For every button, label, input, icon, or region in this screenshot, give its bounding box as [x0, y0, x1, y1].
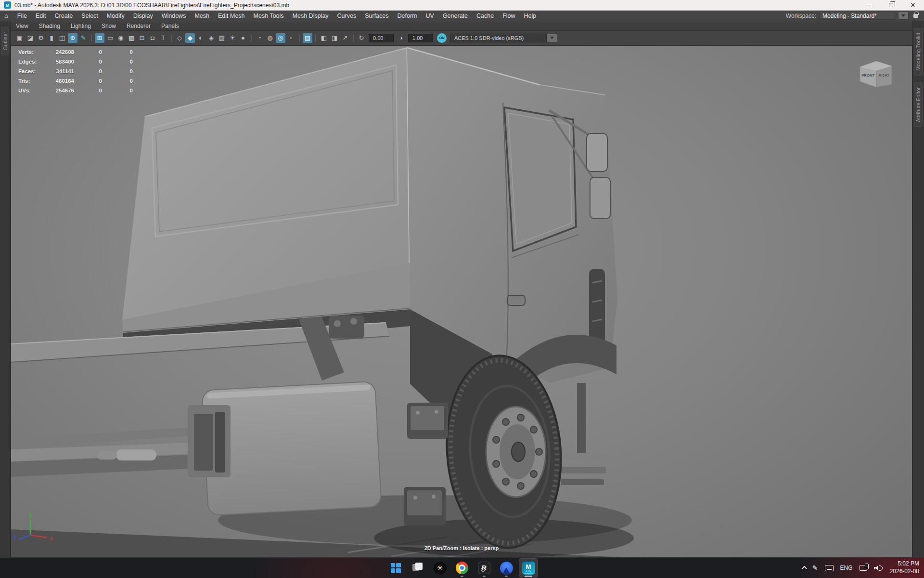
menu-item[interactable]: Display: [129, 11, 157, 21]
menu-item[interactable]: Surfaces: [360, 11, 393, 21]
menu-item[interactable]: Windows: [157, 11, 191, 21]
clock[interactable]: 5:02 PM 2026-02-08: [890, 560, 919, 575]
colorspace-dropdown[interactable]: ACES 1.0 SDR-video (sRGB): [450, 34, 547, 42]
minimize-icon: [866, 5, 871, 6]
grid-icon[interactable]: ⊞: [95, 33, 104, 43]
lighting-icon[interactable]: ☀: [228, 33, 237, 43]
nordvpn-app-button[interactable]: [497, 558, 516, 578]
view-cube-front-label: FRONT: [861, 73, 875, 78]
start-button[interactable]: [386, 558, 405, 578]
menu-item[interactable]: Cache: [472, 11, 498, 21]
touch-keyboard-icon[interactable]: [825, 565, 834, 571]
menu-item[interactable]: Edit: [31, 11, 51, 21]
exposure-input[interactable]: [369, 34, 394, 42]
menu-item[interactable]: Generate: [438, 11, 472, 21]
pan-zoom-2d-icon[interactable]: ⊕: [68, 33, 77, 43]
smooth-shade-icon[interactable]: ◆: [185, 33, 195, 43]
chrome-app-button[interactable]: [452, 558, 472, 578]
volume-icon[interactable]: [874, 565, 883, 572]
menu-item[interactable]: Mesh Tools: [249, 11, 288, 21]
panel-menu-item[interactable]: Shading: [34, 21, 65, 31]
contrast-icon[interactable]: ◑: [396, 33, 406, 43]
view-cube[interactable]: FRONT RIGHT: [860, 61, 892, 87]
close-button[interactable]: ✕: [902, 0, 924, 11]
menu-item[interactable]: Select: [77, 11, 103, 21]
language-indicator[interactable]: ENG: [840, 565, 853, 571]
outliner-tab[interactable]: Outliner: [1, 27, 9, 55]
bookmark-icon[interactable]: ▮: [47, 33, 56, 43]
menu-item[interactable]: Deform: [393, 11, 422, 21]
panel-menu-item[interactable]: Lighting: [65, 21, 96, 31]
select-camera-icon[interactable]: ▣: [15, 33, 25, 43]
shadows-icon[interactable]: ◔: [255, 33, 264, 43]
maya-home-icon[interactable]: ⌂: [4, 12, 8, 19]
menu-item[interactable]: File: [13, 11, 31, 21]
image-plane-icon[interactable]: ◫: [57, 33, 67, 43]
exposure-icon[interactable]: ↻: [357, 33, 366, 43]
grease-pencil-icon[interactable]: ✎: [78, 33, 88, 43]
colorspace-dropdown-arrow[interactable]: [547, 34, 557, 42]
workspace-dropdown-arrow[interactable]: [898, 12, 909, 20]
wireframe-on-shaded-icon[interactable]: ◐: [196, 33, 205, 43]
menu-item[interactable]: Create: [51, 11, 77, 21]
hud-label: Verts:: [18, 49, 46, 59]
perspective-viewport[interactable]: FRONT RIGHT y x z Verts: 242608 0 0 E: [11, 45, 912, 558]
isolate-select-icon[interactable]: ▧: [303, 33, 312, 43]
menu-item[interactable]: Mesh: [190, 11, 214, 21]
network-icon[interactable]: [860, 565, 867, 571]
panel-menu-item[interactable]: Panels: [156, 21, 184, 31]
depth-of-field-icon[interactable]: ▫: [286, 33, 296, 43]
view-transform-on-button[interactable]: ON: [437, 33, 447, 43]
menu-item[interactable]: Modify: [103, 11, 129, 21]
menu-item[interactable]: Help: [520, 11, 541, 21]
gamma-input[interactable]: [408, 34, 433, 42]
menu-item[interactable]: UV: [422, 11, 438, 21]
motion-trails-icon[interactable]: ◍: [265, 33, 275, 43]
attribute-editor-tab[interactable]: Attribute Editor: [914, 82, 923, 127]
xray-active-components-icon[interactable]: ◨: [330, 33, 339, 43]
maya-app-button[interactable]: M AYA: [519, 558, 538, 578]
menu-item[interactable]: Mesh Display: [288, 11, 333, 21]
hud-hilited: 0: [102, 59, 133, 68]
safe-title-icon[interactable]: T: [158, 33, 168, 43]
truck-model-render: FRONT RIGHT y x z: [11, 46, 912, 558]
pen-icon[interactable]: ✎: [812, 564, 818, 572]
hidden-icons-chevron[interactable]: [802, 566, 807, 571]
workspace-dropdown[interactable]: Modeling - Standard*: [819, 12, 895, 20]
menu-item[interactable]: Curves: [333, 11, 361, 21]
safe-action-icon[interactable]: ◘: [148, 33, 157, 43]
menu-item[interactable]: Edit Mesh: [214, 11, 249, 21]
film-gate-icon[interactable]: ▭: [105, 33, 115, 43]
task-view-button[interactable]: [408, 558, 427, 578]
menu-item[interactable]: Flow: [498, 11, 519, 21]
gate-mask-icon[interactable]: ▩: [127, 33, 136, 43]
maya-app-icon: M AYA: [522, 562, 535, 575]
chatgpt-app-button[interactable]: ✳: [430, 558, 449, 578]
xray-icon[interactable]: ◧: [319, 33, 329, 43]
panel-menu-item[interactable]: Show: [96, 21, 121, 31]
running-indicator: [461, 576, 463, 577]
hud-hilited: 0: [102, 88, 133, 97]
hud-hilited: 0: [102, 49, 133, 59]
textured-ball-icon[interactable]: ●: [238, 33, 248, 43]
heads-up-display-poly-count: Verts: 242608 0 0 Edges: 583400 0 0 Face…: [18, 49, 133, 97]
toolbar-separator: [251, 34, 252, 42]
use-default-material-icon[interactable]: ▨: [217, 33, 227, 43]
window-title: 03.mb* - Autodesk MAYA 2026.3: D:\01 3D\…: [14, 2, 289, 9]
workspace-lock-icon[interactable]: [913, 14, 918, 18]
panel-menu-item[interactable]: Renderer: [121, 21, 156, 31]
resolution-gate-icon[interactable]: ◉: [116, 33, 126, 43]
nordvpn-app-icon: [500, 562, 513, 575]
wireframe-icon[interactable]: ◇: [175, 33, 184, 43]
camera-attributes-icon[interactable]: ⚙: [36, 33, 46, 43]
restore-button[interactable]: [880, 0, 902, 11]
r-viewer-app-button[interactable]: R: [475, 558, 494, 578]
field-chart-icon[interactable]: ⊡: [137, 33, 147, 43]
textured-icon[interactable]: ◈: [206, 33, 216, 43]
minimize-button[interactable]: [858, 0, 880, 11]
ssao-icon[interactable]: ◎: [276, 33, 285, 43]
modeling-toolkit-tab[interactable]: Modeling Toolkit: [914, 28, 923, 76]
lock-camera-icon[interactable]: ◪: [26, 33, 35, 43]
panel-menu-item[interactable]: View: [11, 21, 34, 31]
camera-projection-icon[interactable]: ↗: [340, 33, 350, 43]
